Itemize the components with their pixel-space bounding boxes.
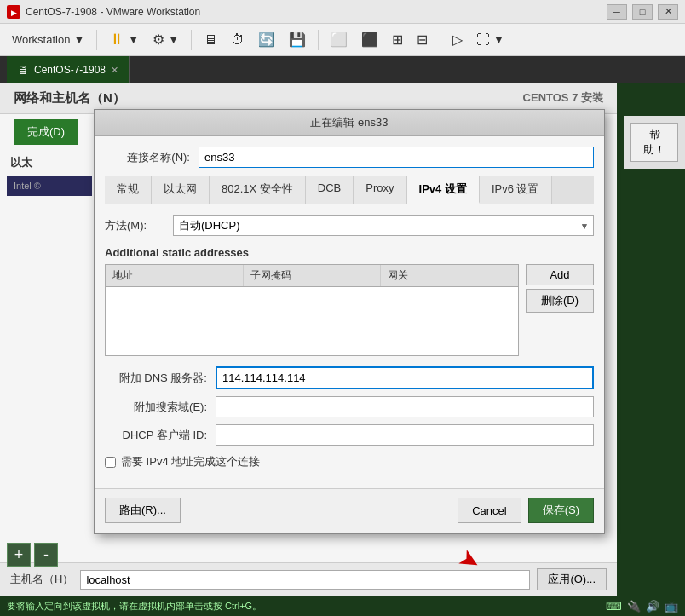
layout-icon-4: ⊟ bbox=[417, 32, 428, 48]
layout-icon-2: ⬛ bbox=[361, 32, 378, 48]
vm-icon-2: ⏱ bbox=[231, 32, 245, 48]
tab-label: CentOS-7-1908 bbox=[34, 64, 106, 76]
subnet-col-header: 子网掩码 bbox=[244, 265, 382, 286]
toolbar-vm-button-3[interactable]: 🔄 bbox=[253, 29, 280, 50]
route-button[interactable]: 路由(R)... bbox=[105, 498, 181, 523]
tab-802-1x[interactable]: 802.1X 安全性 bbox=[210, 176, 306, 204]
connection-name-label: 连接名称(N): bbox=[105, 150, 199, 165]
cancel-button[interactable]: Cancel bbox=[458, 498, 521, 523]
layout-icon-1: ⬜ bbox=[331, 32, 348, 48]
toolbar-separator-3 bbox=[318, 30, 319, 50]
require-ipv4-checkbox[interactable] bbox=[105, 457, 116, 468]
toolbar-vm-button-1[interactable]: 🖥 bbox=[199, 30, 222, 50]
sound-icon: 🔊 bbox=[646, 600, 659, 613]
dhcp-client-id-row: DHCP 客户端 ID: bbox=[105, 424, 594, 446]
toolbar-separator-2 bbox=[191, 30, 192, 50]
workstation-menu[interactable]: Workstation ▼ bbox=[7, 31, 89, 49]
toolbar-layout-button-4[interactable]: ⊟ bbox=[412, 29, 433, 50]
tab-bar: 🖥 CentOS-7-1908 ✕ bbox=[0, 56, 685, 83]
close-button[interactable]: ✕ bbox=[658, 4, 678, 20]
toolbar-console-button[interactable]: ▷ bbox=[447, 29, 468, 50]
toolbar-fullscreen-button[interactable]: ⛶ ▼ bbox=[471, 30, 509, 50]
toolbar-vm-button-4[interactable]: 💾 bbox=[284, 29, 311, 50]
toolbar-pause-button[interactable]: ⏸ ▼ bbox=[104, 28, 144, 51]
dialog-title: 正在编辑 ens33 bbox=[310, 116, 388, 129]
toolbar-layout-button-1[interactable]: ⬜ bbox=[325, 29, 353, 50]
tab-proxy[interactable]: Proxy bbox=[354, 176, 406, 204]
dhcp-client-id-input[interactable] bbox=[216, 424, 594, 446]
search-domain-label: 附加搜索域(E): bbox=[105, 400, 216, 415]
toolbar-separator-1 bbox=[96, 30, 97, 50]
window-title: CentOS-7-1908 - VMware Workstation bbox=[26, 6, 607, 18]
pause-icon: ⏸ bbox=[109, 31, 124, 49]
vm-icon-4: 💾 bbox=[289, 32, 306, 48]
search-domain-input[interactable] bbox=[216, 396, 594, 417]
window-controls: ─ □ ✕ bbox=[607, 4, 678, 20]
network-title: 网络和主机名（N） bbox=[14, 90, 125, 107]
toolbar: Workstation ▼ ⏸ ▼ ⚙ ▼ 🖥 ⏱ 🔄 💾 ⬜ ⬛ ⊞ ⊟ ▷ … bbox=[0, 24, 685, 56]
tab-dcb[interactable]: DCB bbox=[306, 176, 354, 204]
tab-general[interactable]: 常规 bbox=[105, 176, 152, 204]
tab-close-button[interactable]: ✕ bbox=[111, 65, 118, 76]
remove-connection-button[interactable]: - bbox=[34, 543, 58, 567]
dialog-title-bar: 正在编辑 ens33 bbox=[95, 110, 604, 136]
tab-ethernet[interactable]: 以太网 bbox=[152, 176, 210, 204]
intel-label: Intel © bbox=[7, 176, 92, 196]
display-icon: 📺 bbox=[665, 600, 678, 613]
add-connection-button[interactable]: + bbox=[7, 543, 31, 567]
toolbar-vm-button-2[interactable]: ⏱ bbox=[226, 30, 250, 50]
minimize-button[interactable]: ─ bbox=[607, 4, 627, 20]
apply-button[interactable]: 应用(O)... bbox=[537, 568, 607, 590]
toolbar-layout-button-3[interactable]: ⊞ bbox=[387, 29, 408, 50]
addresses-table-header: 地址 子网掩码 网关 bbox=[106, 265, 518, 287]
dialog-bottom: 路由(R)... Cancel 保存(S) bbox=[95, 488, 604, 533]
hostname-row: 主机名（H） 应用(O)... bbox=[0, 562, 617, 596]
settings-dropdown-icon: ▼ bbox=[168, 33, 179, 46]
dialog-bottom-left: 路由(R)... bbox=[105, 498, 451, 523]
help-button[interactable]: 帮助！ bbox=[630, 123, 678, 162]
vm-icon-1: 🖥 bbox=[204, 32, 217, 48]
svg-text:▶: ▶ bbox=[11, 9, 17, 17]
delete-address-button[interactable]: 删除(D) bbox=[526, 289, 594, 313]
complete-button[interactable]: 完成(D) bbox=[14, 119, 78, 145]
settings-icon: ⚙ bbox=[153, 32, 164, 48]
require-ipv4-label: 需要 IPv4 地址完成这个连接 bbox=[121, 454, 260, 469]
dialog-body: 连接名称(N): 常规 以太网 802.1X 安全性 DCB Proxy bbox=[95, 136, 604, 488]
connection-name-row: 连接名称(N): bbox=[105, 147, 594, 168]
edit-dialog: 正在编辑 ens33 连接名称(N): 常规 以太网 802.1X 安全性 bbox=[94, 109, 605, 534]
tab-ipv4[interactable]: IPv4 设置 bbox=[407, 176, 480, 204]
ethernet-section: 以太 Intel © bbox=[7, 152, 92, 198]
toolbar-settings-button[interactable]: ⚙ ▼ bbox=[147, 29, 184, 50]
addresses-table: 地址 子网掩码 网关 bbox=[105, 264, 519, 356]
dialog-tabs: 常规 以太网 802.1X 安全性 DCB Proxy IPv4 设置 bbox=[105, 176, 594, 204]
tab-vm-icon: 🖥 bbox=[17, 63, 29, 77]
address-col-header: 地址 bbox=[106, 265, 244, 286]
help-area: 帮助！ bbox=[624, 116, 685, 169]
checkbox-row: 需要 IPv4 地址完成这个连接 bbox=[105, 454, 594, 469]
save-button[interactable]: 保存(S) bbox=[528, 498, 594, 523]
maximize-button[interactable]: □ bbox=[632, 4, 653, 20]
add-remove-buttons: + - bbox=[7, 543, 58, 567]
toolbar-layout-button-2[interactable]: ⬛ bbox=[356, 29, 383, 50]
ethernet-label: 以太 bbox=[7, 152, 92, 174]
fullscreen-icon: ⛶ bbox=[476, 32, 490, 48]
status-bar-icons: ⌨ 🔌 🔊 📺 bbox=[606, 600, 678, 613]
addresses-section: Additional static addresses 地址 子网掩码 网关 A… bbox=[105, 246, 594, 356]
tab-centos[interactable]: 🖥 CentOS-7-1908 ✕ bbox=[7, 56, 130, 83]
gateway-col-header: 网关 bbox=[381, 265, 518, 286]
addresses-buttons: Add 删除(D) bbox=[526, 264, 594, 356]
keyboard-icon: ⌨ bbox=[606, 600, 622, 613]
tab-ipv6[interactable]: IPv6 设置 bbox=[480, 176, 552, 204]
search-domain-row: 附加搜索域(E): bbox=[105, 396, 594, 417]
dns-input[interactable] bbox=[216, 366, 594, 389]
fullscreen-dropdown-icon: ▼ bbox=[493, 33, 504, 46]
add-address-button[interactable]: Add bbox=[526, 264, 594, 285]
method-select-wrap: 自动(DHCP) 手动 仅链接本地 禁用 ▼ bbox=[173, 215, 594, 236]
pause-dropdown-icon: ▼ bbox=[128, 33, 139, 46]
dns-label: 附加 DNS 服务器: bbox=[105, 371, 216, 386]
hostname-input[interactable] bbox=[80, 570, 530, 590]
connection-name-input[interactable] bbox=[199, 147, 594, 168]
main-area: 网络和主机名（N） CENTOS 7 安装 完成(D) 以太 Intel © 主… bbox=[0, 83, 685, 596]
method-row: 方法(M): 自动(DHCP) 手动 仅链接本地 禁用 ▼ bbox=[105, 215, 594, 236]
method-select[interactable]: 自动(DHCP) 手动 仅链接本地 禁用 bbox=[173, 215, 594, 236]
